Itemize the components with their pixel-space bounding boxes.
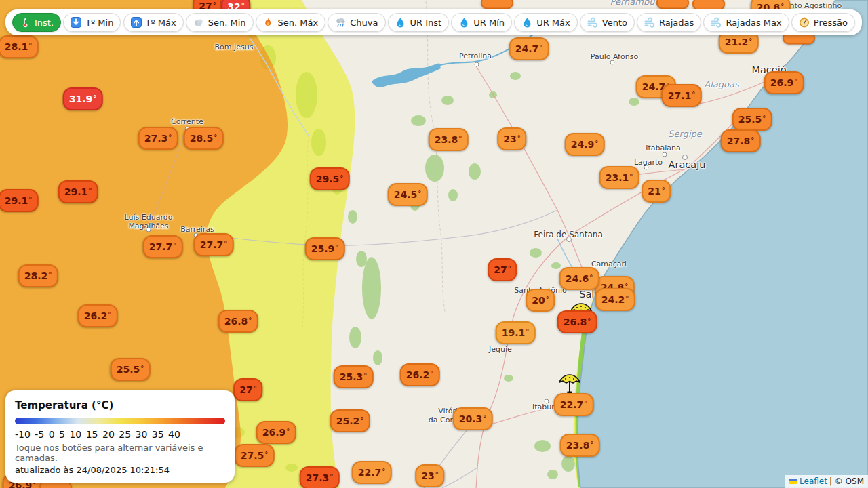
osm-credit[interactable]: | © OSM — [829, 476, 864, 486]
legend-hint-text: Toque nos botões para alternar variáveis… — [15, 443, 225, 463]
temp-marker[interactable]: 27.7° — [194, 233, 234, 256]
temp-value: 22.7 — [358, 467, 382, 478]
degree-sign: ° — [28, 42, 32, 49]
temp-marker[interactable]: 20.3° — [453, 407, 493, 430]
arrow-down-icon — [71, 17, 81, 28]
toolbar-button-ur-inst[interactable]: UR Inst — [388, 13, 450, 32]
temp-value: 27.7 — [149, 241, 173, 252]
temp-marker[interactable]: 27.1° — [662, 84, 702, 107]
toolbar-button-label: UR Mín — [473, 18, 505, 27]
temp-value: 23 — [421, 470, 434, 481]
toolbar-button-label: UR Inst — [410, 18, 442, 27]
temp-marker[interactable]: 26.9° — [256, 421, 296, 444]
toolbar-button-label: Tº Máx — [146, 18, 176, 27]
temp-marker[interactable]: 26.8° — [218, 310, 258, 333]
temp-marker[interactable]: 23.8° — [560, 434, 600, 457]
degree-sign: ° — [28, 196, 32, 203]
temp-marker[interactable]: 28.1° — [0, 35, 38, 58]
degree-sign: ° — [625, 295, 629, 302]
toolbar-button-ur-m-x[interactable]: UR Máx — [514, 13, 578, 32]
toolbar-button-chuva[interactable]: Chuva — [328, 13, 385, 32]
temp-marker[interactable]: 27.3° — [138, 127, 178, 150]
degree-sign: ° — [363, 372, 367, 380]
temp-value: 26.9 — [770, 77, 794, 88]
wind-icon — [587, 17, 598, 28]
degree-sign: ° — [248, 317, 252, 324]
temp-value: 20.3 — [459, 413, 483, 424]
temp-marker[interactable]: 24.2° — [595, 288, 635, 311]
temp-marker[interactable]: 21° — [642, 180, 671, 203]
temp-marker[interactable]: 24.9° — [565, 133, 605, 156]
toolbar-button-label: Sen. Máx — [278, 18, 319, 27]
toolbar-button-ur-m-n[interactable]: UR Mín — [451, 13, 512, 32]
degree-sign: ° — [264, 451, 268, 458]
temp-marker[interactable]: 27.3° — [300, 466, 340, 488]
toolbar-button-press-o[interactable]: Pressão — [791, 13, 855, 32]
temp-marker[interactable]: 26.2° — [400, 363, 440, 386]
degree-sign: ° — [595, 140, 598, 147]
toolbar-button-sen-m-x[interactable]: Sen. Máx — [256, 13, 326, 32]
temp-marker[interactable]: 24.6° — [559, 267, 599, 290]
toolbar-button-rajadas-max[interactable]: Rajadas Max — [703, 13, 789, 32]
thermometer-icon — [20, 17, 31, 28]
toolbar-button-inst-[interactable]: Inst. — [12, 13, 61, 32]
temp-value: 20 — [532, 295, 545, 306]
temp-value: 25.5 — [738, 114, 762, 125]
temp-marker[interactable]: 23° — [497, 127, 526, 150]
temp-marker[interactable]: 25.9° — [305, 237, 345, 260]
temp-marker[interactable]: 23.8° — [429, 128, 469, 151]
temp-marker[interactable]: 23.1° — [599, 166, 639, 189]
temp-marker[interactable]: 22.7° — [352, 461, 392, 484]
temp-marker[interactable]: 31.9° — [63, 87, 103, 110]
temp-marker-partial[interactable] — [481, 0, 513, 9]
temp-value: 26.2 — [84, 310, 108, 321]
temp-marker[interactable]: 27° — [488, 258, 517, 281]
temp-marker[interactable]: 20° — [526, 289, 555, 312]
degree-sign: ° — [224, 240, 227, 247]
temp-marker[interactable]: 27.5° — [235, 444, 275, 467]
temp-value: 23.8 — [566, 440, 590, 451]
temp-marker[interactable]: 25.5° — [732, 108, 772, 131]
temp-marker[interactable]: 24.5° — [388, 183, 428, 206]
toolbar-button-t-m-x[interactable]: Tº Máx — [123, 13, 184, 32]
temp-marker-partial[interactable] — [656, 0, 689, 9]
toolbar-button-sen-min[interactable]: Sen. Min — [186, 13, 254, 32]
temp-marker[interactable]: 28.2° — [18, 264, 58, 287]
leaflet-link[interactable]: Leaflet — [800, 476, 827, 486]
temp-marker[interactable]: 26.9° — [764, 71, 804, 94]
temp-value: 24.9 — [571, 139, 595, 150]
temp-marker[interactable]: 27° — [233, 378, 262, 401]
temp-marker[interactable]: 28.5° — [184, 127, 224, 150]
temp-marker[interactable]: 22.7° — [554, 393, 594, 416]
toolbar-button-label: Sen. Min — [208, 18, 246, 27]
toolbar-button-rajadas[interactable]: Rajadas — [637, 13, 701, 32]
temp-marker[interactable]: 24.7° — [509, 37, 549, 60]
temp-value: 29.1 — [5, 195, 28, 206]
temp-marker[interactable]: 29.1° — [58, 180, 98, 203]
temp-value: 23.1 — [606, 172, 629, 183]
temp-marker[interactable]: 23° — [415, 464, 444, 487]
degree-sign: ° — [418, 190, 421, 197]
temp-marker[interactable]: 27.8° — [721, 129, 761, 152]
temp-marker[interactable]: 19.1° — [496, 321, 536, 344]
temp-marker[interactable]: 29.1° — [0, 189, 38, 212]
temp-marker[interactable]: 25.5° — [111, 358, 151, 381]
temp-value: 24.6 — [566, 273, 589, 284]
temp-marker[interactable]: 27.7° — [143, 235, 183, 258]
temp-marker[interactable]: 25.2° — [330, 409, 370, 432]
toolbar-button-t-min[interactable]: Tº Min — [63, 13, 121, 32]
degree-sign: ° — [93, 94, 96, 102]
gauge-icon — [799, 17, 810, 28]
temp-value: 23.8 — [435, 134, 458, 145]
degree-sign: ° — [168, 134, 172, 141]
temp-value: 22.7 — [560, 399, 584, 410]
temp-value: 27.1 — [668, 90, 692, 101]
toolbar-button-label: Rajadas Max — [726, 18, 781, 27]
toolbar-button-vento[interactable]: Vento — [580, 13, 635, 32]
temp-value: 27 — [494, 264, 507, 275]
degree-sign: ° — [382, 468, 385, 475]
temp-marker[interactable]: 26.8° — [557, 310, 597, 333]
temp-marker[interactable]: 29.5° — [310, 167, 350, 190]
temp-marker[interactable]: 26.2° — [78, 304, 118, 327]
temp-marker[interactable]: 25.3° — [334, 365, 374, 388]
